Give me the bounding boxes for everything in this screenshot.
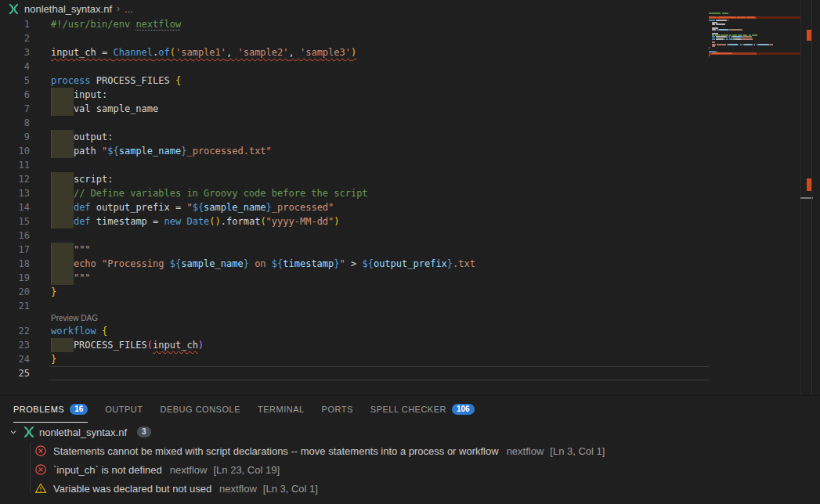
line-number[interactable]: 2: [0, 31, 30, 45]
code-line[interactable]: 15 def timestamp = new Date().format("yy…: [0, 214, 709, 229]
code-line[interactable]: 24}: [0, 352, 709, 366]
code-text[interactable]: echo "Processing ${sample_name} on ${tim…: [51, 257, 475, 271]
code-line[interactable]: 5process PROCESS_FILES {: [0, 74, 709, 88]
tab-count-badge: 106: [452, 404, 475, 415]
code-text[interactable]: #!/usr/bin/env nextflow: [51, 17, 181, 31]
code-line[interactable]: 1#!/usr/bin/env nextflow: [0, 17, 709, 31]
code-text[interactable]: process PROCESS_FILES {: [51, 74, 181, 88]
codelens-preview-dag[interactable]: Preview DAG: [0, 313, 709, 324]
code-line[interactable]: 23 PROCESS_FILES(input_ch): [0, 338, 709, 352]
panel-tab-spell-checker[interactable]: SPELL CHECKER106: [370, 397, 475, 423]
line-number[interactable]: 11: [0, 158, 30, 172]
code-text[interactable]: // Define variables in Groovy code befor…: [51, 186, 368, 200]
problems-tree: nonlethal_syntax.nf 3 Statements cannot …: [0, 423, 820, 498]
problem-source: nextflow: [219, 483, 257, 495]
problem-row[interactable]: Variable was declared but not usednextfl…: [0, 479, 820, 498]
code-line[interactable]: 18 echo "Processing ${sample_name} on ${…: [0, 257, 709, 271]
line-number[interactable]: 21: [0, 299, 30, 313]
breadcrumb-file[interactable]: nonlethal_syntax.nf: [24, 3, 112, 15]
code-line[interactable]: 6 input:: [0, 88, 709, 102]
code-line[interactable]: 3input_ch = Channel.of('sample1', 'sampl…: [0, 45, 709, 59]
tab-label: SPELL CHECKER: [370, 405, 446, 414]
warning-icon: [34, 482, 47, 495]
line-number[interactable]: 19: [0, 271, 30, 285]
code-text[interactable]: output:: [51, 130, 113, 144]
line-number[interactable]: 7: [0, 102, 30, 116]
line-number[interactable]: 10: [0, 144, 30, 158]
line-number[interactable]: 22: [0, 324, 30, 338]
code-line[interactable]: 12 script:: [0, 172, 709, 186]
problem-source: nextflow: [507, 445, 544, 457]
problem-row[interactable]: `input_ch` is not definednextflow[Ln 23,…: [0, 460, 820, 479]
code-text[interactable]: path "${sample_name}_processed.txt": [51, 144, 272, 158]
nextflow-icon: [8, 3, 20, 15]
line-number[interactable]: 24: [0, 352, 30, 366]
code-line[interactable]: 13 // Define variables in Groovy code be…: [0, 186, 709, 200]
line-number[interactable]: 13: [0, 186, 30, 200]
problem-message: `input_ch` is not defined: [53, 464, 162, 476]
code-line[interactable]: 17 """: [0, 243, 709, 257]
problem-row[interactable]: Statements cannot be mixed with script d…: [0, 441, 820, 460]
code-line[interactable]: 11: [0, 158, 709, 172]
line-number[interactable]: 3: [0, 45, 30, 59]
line-number[interactable]: 16: [0, 229, 30, 243]
line-number[interactable]: 18: [0, 257, 30, 271]
code-line[interactable]: 8: [0, 116, 709, 130]
code-line[interactable]: 14 def output_prefix = "${sample_name}_p…: [0, 200, 709, 214]
line-number[interactable]: 14: [0, 200, 30, 214]
code-line[interactable]: 22workflow {: [0, 324, 709, 338]
line-number[interactable]: 23: [0, 338, 30, 352]
code-text[interactable]: }: [51, 285, 56, 299]
code-text[interactable]: PROCESS_FILES(input_ch): [51, 338, 204, 352]
code-line[interactable]: 25: [0, 366, 709, 380]
line-number[interactable]: 17: [0, 243, 30, 257]
line-number[interactable]: 5: [0, 74, 30, 88]
code-line[interactable]: 9 output:: [0, 130, 709, 144]
line-number[interactable]: 8: [0, 116, 30, 130]
code-line[interactable]: 20}: [0, 285, 709, 299]
panel-tab-debug-console[interactable]: DEBUG CONSOLE: [161, 397, 240, 423]
editor-border: [811, 0, 812, 395]
line-number[interactable]: 4: [0, 59, 30, 74]
code-text[interactable]: workflow {: [51, 324, 107, 338]
code-editor[interactable]: 1#!/usr/bin/env nextflow23input_ch = Cha…: [0, 17, 709, 380]
code-text[interactable]: script:: [51, 172, 113, 186]
code-line[interactable]: 4: [0, 59, 709, 74]
chevron-down-icon[interactable]: [8, 427, 19, 437]
code-text[interactable]: def timestamp = new Date().format("yyyy-…: [51, 214, 340, 229]
panel-tab-ports[interactable]: PORTS: [322, 397, 353, 423]
line-number[interactable]: 12: [0, 172, 30, 186]
current-line-highlight: [49, 366, 709, 380]
line-number[interactable]: 25: [0, 366, 30, 380]
code-text[interactable]: }: [51, 352, 56, 366]
code-line[interactable]: 19 """: [0, 271, 709, 285]
line-number[interactable]: 9: [0, 130, 30, 144]
code-line[interactable]: 10 path "${sample_name}_processed.txt": [0, 144, 709, 158]
problems-file-group[interactable]: nonlethal_syntax.nf 3: [0, 423, 820, 441]
minimap[interactable]: [709, 0, 800, 395]
problems-file-name: nonlethal_syntax.nf: [39, 427, 127, 438]
line-number[interactable]: 15: [0, 214, 30, 229]
line-number[interactable]: 20: [0, 285, 30, 299]
code-text[interactable]: input:: [51, 88, 107, 102]
problem-message: Variable was declared but not used: [53, 483, 211, 495]
editor: nonlethal_syntax.nf › ... 1#!/usr/bin/en…: [0, 0, 820, 395]
panel-tab-terminal[interactable]: TERMINAL: [258, 397, 305, 423]
error-icon: [34, 463, 47, 476]
tab-count-badge: 16: [70, 404, 88, 415]
code-text[interactable]: """: [51, 243, 91, 257]
code-line[interactable]: 2: [0, 31, 709, 45]
line-number[interactable]: 6: [0, 88, 30, 102]
code-line[interactable]: 21: [0, 299, 709, 313]
code-text[interactable]: """: [51, 271, 91, 285]
code-line[interactable]: 16: [0, 229, 709, 243]
line-number[interactable]: 1: [0, 17, 30, 31]
code-text[interactable]: input_ch = Channel.of('sample1', 'sample…: [51, 45, 356, 59]
code-text[interactable]: val sample_name: [51, 102, 158, 116]
panel-tab-output[interactable]: OUTPUT: [105, 397, 143, 423]
code-line[interactable]: 7 val sample_name: [0, 102, 709, 116]
breadcrumb-ellipsis[interactable]: ...: [125, 3, 133, 15]
panel-tab-problems[interactable]: PROBLEMS16: [13, 397, 88, 423]
code-text[interactable]: def output_prefix = "${sample_name}_proc…: [51, 200, 334, 214]
error-icon: [34, 445, 47, 457]
